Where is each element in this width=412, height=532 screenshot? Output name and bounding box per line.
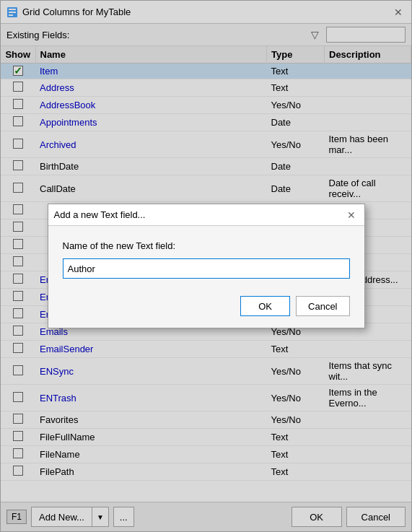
dialog-title-bar: Add a new Text field... ✕ [48,204,364,226]
dialog-ok-button[interactable]: OK [240,296,290,316]
dialog-close-icon[interactable]: ✕ [344,208,359,222]
dialog-overlay: Add a new Text field... ✕ Name of the ne… [1,1,411,531]
dialog-field-input[interactable] [63,258,350,279]
dialog-field-label: Name of the new Text field: [63,240,350,251]
add-field-dialog: Add a new Text field... ✕ Name of the ne… [48,204,365,328]
dialog-buttons: OK Cancel [48,290,364,328]
main-window: Grid Columns for MyTable ✕ Existing Fiel… [0,0,412,532]
dialog-cancel-button[interactable]: Cancel [296,296,349,316]
dialog-title: Add a new Text field... [54,209,344,220]
dialog-body: Name of the new Text field: [48,226,364,290]
